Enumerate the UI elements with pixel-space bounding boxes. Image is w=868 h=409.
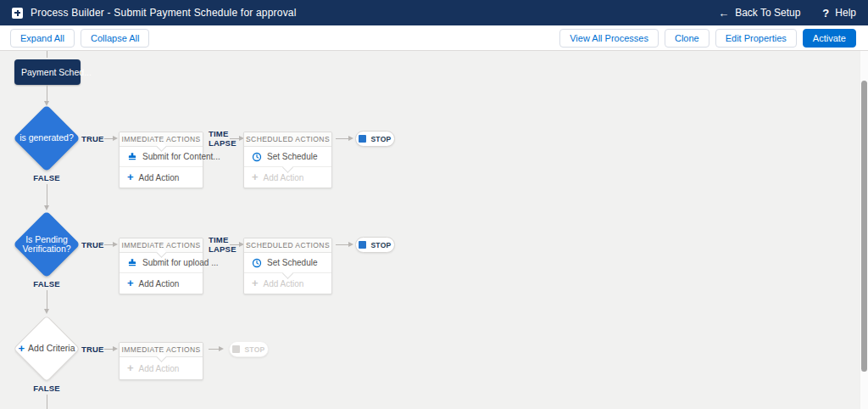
- plus-icon: +: [127, 279, 134, 288]
- arrowhead-right: [348, 242, 353, 247]
- add-action-label: Add Action: [139, 173, 180, 182]
- connector-to-stop: [336, 138, 348, 139]
- clone-button[interactable]: Clone: [665, 29, 709, 48]
- true-label: TRUE: [81, 240, 104, 249]
- immediate-actions-box-1: IMMEDIATE ACTIONS Submit for Content... …: [119, 132, 203, 188]
- stop-label: STOP: [370, 241, 391, 249]
- process-builder-icon: [12, 8, 23, 19]
- activate-button[interactable]: Activate: [803, 29, 856, 48]
- top-navbar: Process Builder - Submit Payment Schedul…: [0, 0, 868, 25]
- connector-to-stop: [336, 244, 348, 245]
- stop-label: STOP: [370, 135, 391, 143]
- help-icon: ?: [822, 7, 829, 20]
- connector-time-lapse: [230, 244, 239, 245]
- collapse-all-button[interactable]: Collapse All: [81, 29, 149, 48]
- arrowhead-right: [113, 346, 118, 351]
- criteria-diamond-is-generated[interactable]: [13, 104, 80, 171]
- edit-properties-button[interactable]: Edit Properties: [715, 29, 797, 48]
- arrowhead-right: [219, 346, 224, 351]
- add-action-row[interactable]: + Add Action: [120, 167, 203, 188]
- stop-node-3-disabled: STOP: [229, 341, 269, 357]
- set-schedule-label: Set Schedule: [267, 258, 318, 267]
- approval-stamp-icon: [127, 258, 137, 268]
- add-criteria-diamond[interactable]: [13, 315, 80, 382]
- connector-start-to-criteria1: [47, 85, 47, 101]
- add-action-label: Add Action: [139, 279, 180, 289]
- connector-false-3: [47, 395, 47, 409]
- scheduled-actions-header: SCHEDULED ACTIONS: [244, 132, 331, 147]
- start-node[interactable]: Payment Sched...: [14, 59, 81, 85]
- arrowhead-right: [348, 136, 353, 141]
- connector-time-lapse: [230, 138, 239, 139]
- approval-stamp-icon: [127, 152, 137, 162]
- process-canvas: Payment Sched... is generated? TRUE IMME…: [0, 51, 868, 409]
- stop-square-icon: [232, 345, 240, 353]
- scheduled-actions-box-1: SCHEDULED ACTIONS Set Schedule + Add Act…: [243, 132, 332, 188]
- connector-false-2: [47, 290, 47, 309]
- false-label: FALSE: [21, 279, 72, 289]
- view-all-processes-button[interactable]: View All Processes: [559, 29, 659, 48]
- back-to-setup-label: Back To Setup: [735, 7, 800, 19]
- add-action-label: Add Action: [264, 279, 304, 289]
- arrowhead-right: [113, 136, 118, 141]
- false-label: FALSE: [21, 173, 72, 182]
- page-title: Process Builder - Submit Payment Schedul…: [31, 7, 297, 19]
- set-schedule-label: Set Schedule: [267, 152, 318, 161]
- help-link[interactable]: ? Help: [822, 7, 856, 20]
- expand-all-button[interactable]: Expand All: [10, 29, 75, 48]
- true-label: TRUE: [81, 134, 104, 143]
- stop-node-1[interactable]: STOP: [355, 131, 395, 147]
- true-label: TRUE: [81, 345, 104, 354]
- vertical-scrollbar-thumb[interactable]: [861, 81, 867, 372]
- add-action-row[interactable]: + Add Action: [120, 273, 203, 294]
- stop-square-icon: [359, 135, 366, 143]
- plus-icon: +: [127, 364, 134, 373]
- scheduled-actions-box-2: SCHEDULED ACTIONS Set Schedule + Add Act…: [243, 238, 332, 294]
- plus-icon: +: [127, 173, 134, 182]
- arrowhead-down: [44, 309, 49, 314]
- stop-square-icon: [359, 241, 366, 249]
- connector-true: [104, 349, 113, 350]
- false-label: FALSE: [21, 384, 72, 393]
- connector-true: [104, 138, 113, 139]
- clock-icon: [252, 152, 262, 162]
- immediate-actions-box-3: IMMEDIATE ACTIONS + Add Action: [119, 342, 203, 380]
- stop-node-2[interactable]: STOP: [355, 237, 395, 253]
- plus-icon: +: [252, 173, 259, 182]
- action-label: Submit for Content...: [142, 152, 220, 161]
- action-label: Submit for upload ...: [142, 258, 219, 267]
- back-to-setup-link[interactable]: ← Back To Setup: [718, 7, 800, 20]
- arrowhead-down: [44, 205, 49, 210]
- back-arrow-icon: ←: [718, 7, 729, 20]
- plus-icon: +: [252, 279, 259, 288]
- vertical-scrollbar-track[interactable]: [860, 51, 868, 409]
- help-label: Help: [835, 7, 856, 19]
- scheduled-actions-header: SCHEDULED ACTIONS: [244, 238, 331, 253]
- stop-label: STOP: [244, 345, 264, 354]
- connector-false-1: [47, 184, 47, 205]
- add-action-label: Add Action: [264, 173, 304, 182]
- clock-icon: [252, 258, 262, 268]
- action-toolbar: Expand All Collapse All View All Process…: [0, 25, 868, 51]
- add-action-label: Add Action: [139, 364, 180, 373]
- connector-to-stop: [209, 349, 219, 350]
- criteria-diamond-pending-verification[interactable]: [13, 210, 80, 277]
- connector-true: [104, 244, 113, 245]
- arrowhead-right: [113, 242, 118, 247]
- connector-top-stub: [47, 51, 47, 58]
- immediate-actions-box-2: IMMEDIATE ACTIONS Submit for upload ... …: [119, 238, 203, 294]
